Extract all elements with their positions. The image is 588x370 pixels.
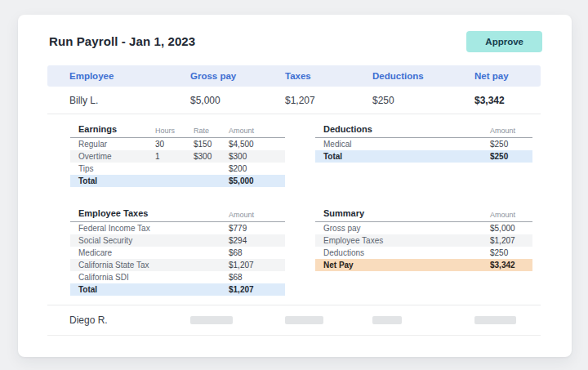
payroll-table: Employee Gross pay Taxes Deductions Net … — [47, 65, 541, 336]
deductions-col-amount: Amount — [490, 127, 532, 135]
employee-taxes-table-header: Employee Taxes Amount — [70, 208, 285, 222]
summary-row-employee-taxes: Employee Taxes $1,207 — [315, 234, 532, 247]
tax-row-social-security: Social Security $294 — [70, 234, 285, 247]
skeleton-bar — [372, 316, 402, 324]
earnings-col-amount: Amount — [229, 127, 285, 135]
gross-pay-value: $5,000 — [190, 95, 285, 106]
earnings-title: Earnings — [70, 124, 155, 135]
employee-row-billy[interactable]: Billy L. $5,000 $1,207 $250 $3,342 — [47, 87, 541, 114]
employee-taxes-col-amount: Amount — [229, 211, 285, 219]
deductions-row-total: Total $250 — [315, 150, 532, 163]
deductions-table: Deductions Amount Medical $250 Total $25… — [315, 124, 532, 163]
deductions-title: Deductions — [315, 124, 490, 135]
deductions-row-medical: Medical $250 — [315, 138, 532, 150]
employee-name: Diego R. — [69, 314, 190, 326]
deductions-value: $250 — [372, 95, 474, 106]
column-header-employee: Employee — [69, 71, 190, 81]
card-header: Run Payroll - Jan 1, 2023 Approve — [18, 15, 572, 52]
summary-row-gross-pay: Gross pay $5,000 — [315, 222, 532, 234]
earnings-col-hours: Hours — [155, 127, 194, 135]
earnings-table-header: Earnings Hours Rate Amount — [70, 124, 285, 138]
deductions-table-header: Deductions Amount — [315, 124, 532, 138]
earnings-col-rate: Rate — [194, 127, 229, 135]
summary-row-net-pay: Net Pay $3,342 — [315, 259, 532, 271]
earnings-row-overtime: Overtime 1 $300 $300 — [70, 150, 285, 163]
taxes-placeholder — [285, 316, 372, 324]
employee-row-diego[interactable]: Diego R. — [47, 305, 541, 336]
payroll-card: Run Payroll - Jan 1, 2023 Approve Employ… — [18, 15, 572, 357]
taxes-value: $1,207 — [285, 95, 372, 106]
summary-table-header: Summary Amount — [315, 208, 532, 222]
tax-row-federal: Federal Income Tax $779 — [70, 222, 285, 234]
net-pay-value: $3,342 — [474, 95, 541, 106]
column-header-net-pay: Net pay — [474, 71, 541, 81]
tax-row-ca-state-tax: California State Tax $1,207 — [70, 259, 285, 271]
gross-pay-placeholder — [190, 316, 285, 324]
approve-button[interactable]: Approve — [466, 31, 542, 52]
employee-name: Billy L. — [69, 95, 190, 106]
earnings-row-total: Total $5,000 — [70, 175, 285, 187]
column-header-taxes: Taxes — [285, 71, 372, 81]
deductions-placeholder — [372, 316, 474, 324]
summary-row-deductions: Deductions $250 — [315, 247, 532, 259]
skeleton-bar — [285, 316, 323, 324]
tax-row-medicare: Medicare $68 — [70, 247, 285, 259]
column-header-deductions: Deductions — [372, 71, 474, 81]
page-title: Run Payroll - Jan 1, 2023 — [49, 33, 195, 50]
earnings-row-regular: Regular 30 $150 $4,500 — [70, 138, 285, 150]
earnings-table: Earnings Hours Rate Amount Regular 30 $1… — [70, 124, 285, 187]
employee-taxes-title: Employee Taxes — [70, 208, 229, 219]
net-pay-placeholder — [474, 316, 541, 324]
table-header-row: Employee Gross pay Taxes Deductions Net … — [47, 65, 541, 87]
tax-row-total: Total $1,207 — [70, 283, 285, 296]
skeleton-bar — [474, 316, 516, 324]
skeleton-bar — [190, 316, 233, 324]
expanded-detail-panel: Earnings Hours Rate Amount Regular 30 $1… — [47, 114, 541, 305]
summary-col-amount: Amount — [490, 211, 532, 219]
summary-table: Summary Amount Gross pay $5,000 Employee… — [315, 208, 532, 271]
earnings-row-tips: Tips $200 — [70, 163, 285, 175]
employee-taxes-table: Employee Taxes Amount Federal Income Tax… — [70, 208, 285, 296]
summary-title: Summary — [315, 208, 490, 219]
tax-row-ca-sdi: California SDI $68 — [70, 271, 285, 283]
column-header-gross-pay: Gross pay — [190, 71, 285, 81]
